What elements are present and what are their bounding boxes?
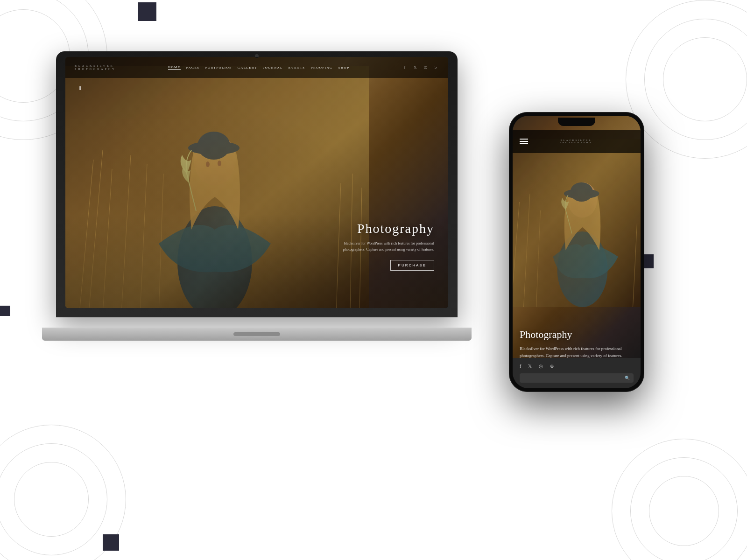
decorative-circle bbox=[0, 425, 126, 560]
decorative-circle bbox=[630, 457, 738, 560]
hamburger-menu-icon[interactable] bbox=[520, 139, 528, 144]
phone-mockup: BlackSilver PHOTOGRAPHY Photography Blac… bbox=[509, 112, 644, 392]
phone-instagram-icon: ◎ bbox=[539, 364, 543, 369]
nav-item-home[interactable]: HOME bbox=[168, 65, 181, 70]
nav-item-events[interactable]: EVENTS bbox=[289, 66, 305, 70]
nav-item-journal[interactable]: JOURNAL bbox=[263, 66, 282, 70]
phone-screen: BlackSilver PHOTOGRAPHY Photography Blac… bbox=[513, 116, 641, 388]
decorative-circle bbox=[644, 19, 747, 140]
phone-search-bar[interactable]: 🔍 bbox=[520, 373, 634, 383]
laptop-site-header: BlackSilver PHOTOGRAPHY HOME PAGES PORTF… bbox=[65, 57, 448, 78]
laptop-hero-content: Photography blacksilver for WordPress wi… bbox=[341, 221, 434, 271]
laptop-hero-title: Photography bbox=[341, 221, 434, 236]
laptop-nav: HOME PAGES PORTFOLIOS GALLERY JOURNAL EV… bbox=[168, 65, 350, 70]
nav-item-proofing[interactable]: PROOFING bbox=[311, 66, 333, 70]
laptop-purchase-button[interactable]: Purchase bbox=[390, 260, 434, 271]
phone-social-icons: f 𝕏 ◎ ⊕ bbox=[520, 364, 634, 369]
phone-hero-photo bbox=[513, 139, 641, 307]
facebook-icon: f bbox=[402, 64, 408, 71]
laptop-site-logo: BlackSilver PHOTOGRAPHY bbox=[75, 64, 116, 70]
phone-footer: f 𝕏 ◎ ⊕ 🔍 bbox=[513, 358, 641, 388]
laptop-screen: BlackSilver PHOTOGRAPHY HOME PAGES PORTF… bbox=[65, 57, 448, 308]
decorative-circle bbox=[663, 37, 747, 121]
fivehundred-icon: 5 bbox=[432, 64, 439, 71]
phone-fivehundred-icon: ⊕ bbox=[550, 364, 554, 369]
svg-point-25 bbox=[570, 182, 593, 202]
phone-hero-description: Blacksilver for WordPress with rich feat… bbox=[520, 345, 634, 359]
decorative-circle bbox=[0, 443, 107, 555]
laptop-mockup: BlackSilver PHOTOGRAPHY HOME PAGES PORTF… bbox=[56, 51, 458, 341]
decorative-square bbox=[103, 534, 119, 551]
decorative-square bbox=[0, 306, 10, 316]
decorative-circle bbox=[649, 476, 719, 546]
search-icon: 🔍 bbox=[625, 376, 630, 380]
nav-item-pages[interactable]: PAGES bbox=[186, 66, 200, 70]
phone-website: BlackSilver PHOTOGRAPHY Photography Blac… bbox=[513, 116, 641, 388]
twitter-icon: 𝕏 bbox=[412, 64, 418, 71]
nav-item-portfolios[interactable]: PORTFOLIOS bbox=[205, 66, 232, 70]
instagram-icon: ◎ bbox=[422, 64, 429, 71]
phone-hero-title: Photography bbox=[520, 329, 634, 341]
phone-site-header: BlackSilver PHOTOGRAPHY bbox=[513, 130, 641, 153]
pause-button[interactable]: ⏸ bbox=[77, 85, 83, 92]
nav-item-gallery[interactable]: GALLERY bbox=[238, 66, 258, 70]
decorative-circle bbox=[612, 439, 747, 560]
laptop-body: BlackSilver PHOTOGRAPHY HOME PAGES PORTF… bbox=[56, 51, 458, 317]
laptop-website: BlackSilver PHOTOGRAPHY HOME PAGES PORTF… bbox=[65, 57, 448, 308]
laptop-social-icons: f 𝕏 ◎ 5 bbox=[402, 64, 439, 71]
svg-point-14 bbox=[206, 161, 210, 167]
svg-point-15 bbox=[218, 161, 221, 166]
decorative-square bbox=[138, 2, 156, 21]
svg-point-13 bbox=[197, 132, 230, 160]
laptop-base bbox=[42, 328, 472, 341]
phone-site-logo: BlackSilver PHOTOGRAPHY bbox=[560, 139, 592, 144]
laptop-hero-description: blacksilver for WordPress with rich feat… bbox=[341, 241, 434, 253]
phone-notch bbox=[558, 118, 595, 126]
phone-facebook-icon: f bbox=[520, 364, 521, 369]
phone-body: BlackSilver PHOTOGRAPHY Photography Blac… bbox=[509, 112, 644, 392]
nav-item-shop[interactable]: SHOP bbox=[338, 66, 350, 70]
phone-twitter-icon: 𝕏 bbox=[528, 364, 532, 369]
decorative-circle bbox=[14, 462, 89, 537]
